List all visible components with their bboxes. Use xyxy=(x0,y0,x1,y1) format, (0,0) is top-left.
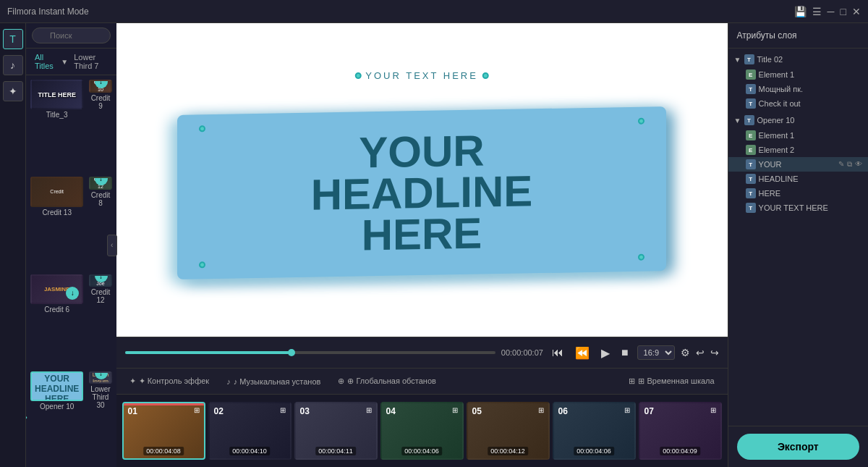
timeline-clip-05[interactable]: 05 ⊞ 00:00:04:12 xyxy=(467,402,550,460)
layer-item-e1-opener10[interactable]: E Element 1 xyxy=(728,128,868,143)
template-item-credit12[interactable]: Jane DoeJoe Blogger ↓ Credit 12 xyxy=(88,273,113,367)
time-display: 00:00:00:07 xyxy=(501,348,543,357)
preview-small-text: YOUR TEXT HERE xyxy=(147,70,697,81)
layer-item-label-e2o10: Element 2 xyxy=(759,146,862,154)
tabs-bar: ✦ ✦ Контроль эффек ♪ ♪ Музыкальная устан… xyxy=(116,369,728,395)
list-icon[interactable]: ☰ xyxy=(812,6,822,17)
progress-bar[interactable] xyxy=(125,351,495,354)
layer-item-label-ytho10: YOUR TEXT HERE xyxy=(759,203,862,212)
maximize-icon[interactable]: □ xyxy=(841,6,846,17)
tab-music-setup[interactable]: ♪ ♪ Музыкальная установ xyxy=(219,374,328,389)
effects-tool-button[interactable]: ✦ xyxy=(3,81,23,101)
layer-item-here-opener10[interactable]: T HERE xyxy=(728,186,868,201)
layer-item-e2-opener10[interactable]: E Element 2 xyxy=(728,143,868,157)
layer-item-checkit-title02[interactable]: T Check it out xyxy=(728,96,868,111)
copy-icon-yo10[interactable]: ⧉ xyxy=(847,160,852,169)
template-label-credit12: Credit 12 xyxy=(89,288,111,304)
layer-item-your-opener10[interactable]: T YOUR ✎ ⧉ 👁 xyxy=(728,157,868,172)
template-thumb-credit8: Credit 12 ↓ xyxy=(89,177,111,190)
layer-item-powerful-title02[interactable]: T Мощный пк. xyxy=(728,82,868,96)
filter-tabs: All Titles ▼ Lower Third 7 xyxy=(26,49,116,75)
prev-frame-button[interactable]: ⏪ xyxy=(572,345,592,361)
template-item-opener10[interactable]: ➜ YOUR TEXT HERE YOURHEADLINEHERE Opener… xyxy=(29,370,85,464)
clip-time-01: 00:00:04:08 xyxy=(143,447,184,455)
timeline-clip-01[interactable]: 01 ⊞ 00:00:04:08 xyxy=(122,402,205,460)
dot-tl xyxy=(199,125,205,132)
dot-left xyxy=(354,72,361,79)
filter-tab-lower-third[interactable]: Lower Third 7 xyxy=(71,51,110,72)
clip-icon-05: ⊞ xyxy=(538,406,544,414)
right-panel: Атрибуты слоя ▼ T Title 02 E Element 1 T… xyxy=(728,23,868,467)
layer-item-label-pct02: Мощный пк. xyxy=(759,85,862,93)
layer-item-yourtexthere-opener10[interactable]: T YOUR TEXT HERE xyxy=(728,201,868,215)
eye-icon-yo10[interactable]: 👁 xyxy=(855,160,862,169)
ratio-select[interactable]: 16:9 9:16 1:1 xyxy=(637,345,675,360)
save-icon[interactable]: 💾 xyxy=(794,6,807,17)
edit-icon-yo10[interactable]: ✎ xyxy=(838,160,844,169)
music-tool-button[interactable]: ♪ xyxy=(3,55,23,75)
layer-type-icon-e1t02: E xyxy=(746,70,756,80)
main-layout: T ♪ ✦ 🔍 All Titles ▼ Lower Third 7 xyxy=(0,23,868,467)
layer-item-label-hlo10: HEADLINE xyxy=(759,174,862,183)
timeline-clip-02[interactable]: 02 ⊞ 00:00:04:10 xyxy=(208,402,292,460)
clip-time-07: 00:00:04:09 xyxy=(660,447,700,455)
window-controls: 💾 ☰ ─ □ ✕ xyxy=(794,6,861,17)
preview-small-text-row: YOUR TEXT HERE xyxy=(147,70,697,81)
layer-tree: ▼ T Title 02 E Element 1 T Мощный пк. T … xyxy=(728,49,868,426)
right-panel-title: Атрибуты слоя xyxy=(728,23,868,49)
template-label-lowerthird30: Lower Third 30 xyxy=(89,385,111,409)
template-item-lowerthird30[interactable]: Lorem Ipsum ↓ Lower Third 30 xyxy=(88,370,113,464)
redo-icon[interactable]: ↪ xyxy=(710,347,719,358)
layer-type-icon-pct02: T xyxy=(746,84,756,94)
template-item-title3[interactable]: TITLE HERE Title_3 xyxy=(29,78,85,172)
layer-group-opener10: ▼ T Opener 10 E Element 1 E Element 2 T … xyxy=(728,112,868,215)
collapse-handle[interactable]: ‹ xyxy=(107,235,117,256)
stop-button[interactable]: ■ xyxy=(618,345,631,361)
undo-icon[interactable]: ↩ xyxy=(696,347,705,358)
tab-global-scene[interactable]: ⊕ ⊕ Глобальная обстанов xyxy=(331,374,443,389)
dot-br xyxy=(638,254,644,261)
layer-item-headline-opener10[interactable]: T HEADLINE xyxy=(728,172,868,186)
filter-tab-all-titles[interactable]: All Titles xyxy=(32,51,58,72)
template-item-credit13[interactable]: Credit Credit 13 xyxy=(29,175,85,269)
clip-number-07: 07 xyxy=(644,406,654,416)
close-icon[interactable]: ✕ xyxy=(852,6,861,17)
layer-type-icon-cit02: T xyxy=(746,98,756,109)
layer-item-label-yo10: YOUR xyxy=(759,160,835,169)
timeline-clip-06[interactable]: 06 ⊞ 00:00:04:06 xyxy=(553,402,636,460)
timeline-icon: ⊞ xyxy=(629,376,635,386)
layer-group-header-title02[interactable]: ▼ T Title 02 xyxy=(728,51,868,67)
preview-container: YOUR TEXT HERE YOUR xyxy=(116,23,728,337)
clip-icon-03: ⊞ xyxy=(366,406,372,414)
template-item-credit9[interactable]: Credit 10 ↓ Credit 9 xyxy=(88,78,113,172)
layer-group-header-opener10[interactable]: ▼ T Opener 10 xyxy=(728,112,868,128)
clip-icon-01: ⊞ xyxy=(194,406,200,414)
timeline-tab[interactable]: ⊞ ⊞ Временная шкала xyxy=(621,374,721,389)
layer-type-icon-e2o10: E xyxy=(746,145,756,155)
tab-control-effect[interactable]: ✦ ✦ Контроль эффек xyxy=(122,374,217,389)
thumb-opener-brush: YOURHEADLINEHERE xyxy=(32,372,82,401)
timeline-clip-04[interactable]: 04 ⊞ 00:00:04:06 xyxy=(380,402,464,460)
minimize-icon[interactable]: ─ xyxy=(827,6,835,17)
template-grid: TITLE HERE Title_3 Credit 10 ↓ Credit 9 … xyxy=(26,75,116,467)
timeline-clip-07[interactable]: 07 ⊞ 00:00:04:09 xyxy=(639,402,722,460)
layer-item-element1-title02[interactable]: E Element 1 xyxy=(728,67,868,82)
export-button[interactable]: Экспорт xyxy=(737,434,859,460)
layer-item-icons-yo10: ✎ ⧉ 👁 xyxy=(838,160,862,169)
app-title: Filmora Instant Mode xyxy=(7,7,788,17)
step-back-button[interactable]: ⏮ xyxy=(549,345,566,361)
play-button[interactable]: ▶ xyxy=(598,345,613,361)
layer-type-icon-title02: T xyxy=(744,54,754,64)
search-input[interactable] xyxy=(32,28,111,43)
timeline-clip-03[interactable]: 03 ⊞ 00:00:04:11 xyxy=(294,402,378,460)
panel-content: 🔍 All Titles ▼ Lower Third 7 TITLE HERE … xyxy=(26,23,116,467)
thumb-opener-headline: YOURHEADLINEHERE xyxy=(35,374,79,401)
preview-wrapper: YOUR TEXT HERE YOUR xyxy=(116,23,728,337)
filter-dropdown-icon[interactable]: ▼ xyxy=(61,58,68,66)
download-icon-credit6[interactable]: ↓ xyxy=(66,287,79,300)
settings-icon[interactable]: ⚙ xyxy=(681,347,690,358)
text-tool-button[interactable]: T xyxy=(3,29,23,49)
template-label-credit6: Credit 6 xyxy=(30,306,83,314)
clip-time-02: 00:00:04:10 xyxy=(229,447,270,455)
template-item-credit6[interactable]: JASMINE ↓ Credit 6 xyxy=(29,273,85,367)
